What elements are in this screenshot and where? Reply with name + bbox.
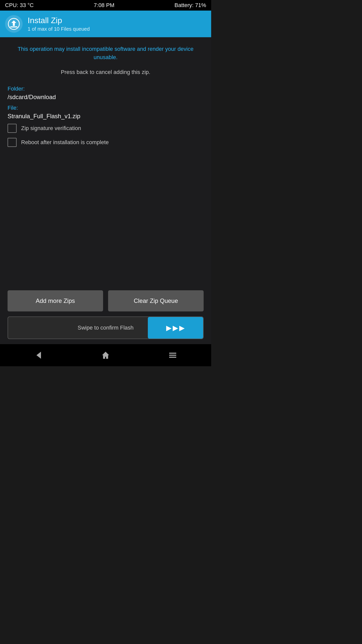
file-value: Stranula_Full_Flash_v1.zip (8, 113, 204, 120)
content-area: This operation may install incompatible … (0, 37, 211, 344)
reboot-checkbox[interactable] (8, 138, 17, 147)
zip-signature-label: Zip signature verification (21, 125, 81, 132)
reboot-label: Reboot after installation is complete (21, 139, 109, 146)
header-title: Install Zip (28, 16, 90, 25)
header-text: Install Zip 1 of max of 10 Files queued (28, 16, 90, 32)
arrow-3: ▶ (179, 324, 185, 332)
home-nav-button[interactable] (96, 348, 115, 362)
press-back-text: Press back to cancel adding this zip. (8, 69, 204, 75)
time-status: 7:08 PM (94, 2, 114, 9)
spacer (8, 152, 204, 172)
menu-nav-button[interactable] (163, 348, 182, 362)
file-label: File: (8, 105, 204, 111)
warning-text: This operation may install incompatible … (8, 45, 204, 61)
zip-signature-checkbox[interactable] (8, 124, 17, 133)
battery-status: Battery: 71% (174, 2, 206, 9)
status-bar: CPU: 33 °C 7:08 PM Battery: 71% (0, 0, 211, 11)
svg-rect-3 (169, 353, 176, 354)
add-more-zips-button[interactable]: Add more Zips (8, 290, 103, 311)
folder-label: Folder: (8, 86, 204, 92)
main-content: This operation may install incompatible … (0, 37, 211, 290)
folder-section: Folder: /sdcard/Download (8, 86, 204, 101)
file-section: File: Stranula_Full_Flash_v1.zip (8, 105, 204, 120)
svg-rect-4 (169, 355, 176, 356)
header-subtitle: 1 of max of 10 Files queued (28, 26, 90, 32)
bottom-section: Add more Zips Clear Zip Queue Swipe to c… (0, 290, 211, 344)
header: Install Zip 1 of max of 10 Files queued (0, 11, 211, 37)
clear-zip-queue-button[interactable]: Clear Zip Queue (108, 290, 204, 311)
svg-rect-5 (169, 357, 176, 358)
page: CPU: 33 °C 7:08 PM Battery: 71% Install … (0, 0, 211, 366)
back-nav-button[interactable] (29, 348, 48, 362)
install-zip-icon (5, 15, 23, 33)
arrow-1: ▶ (166, 324, 172, 332)
swipe-slider: ▶ ▶ ▶ (148, 317, 203, 339)
reboot-row[interactable]: Reboot after installation is complete (8, 138, 204, 147)
arrow-2: ▶ (173, 324, 178, 332)
zip-signature-row[interactable]: Zip signature verification (8, 124, 204, 133)
nav-bar (0, 344, 211, 366)
cpu-status: CPU: 33 °C (5, 2, 34, 9)
swipe-to-confirm-button[interactable]: Swipe to confirm Flash ▶ ▶ ▶ (8, 316, 204, 339)
folder-value: /sdcard/Download (8, 94, 204, 101)
svg-marker-2 (102, 352, 109, 359)
svg-marker-1 (36, 352, 41, 359)
button-row: Add more Zips Clear Zip Queue (8, 290, 204, 311)
